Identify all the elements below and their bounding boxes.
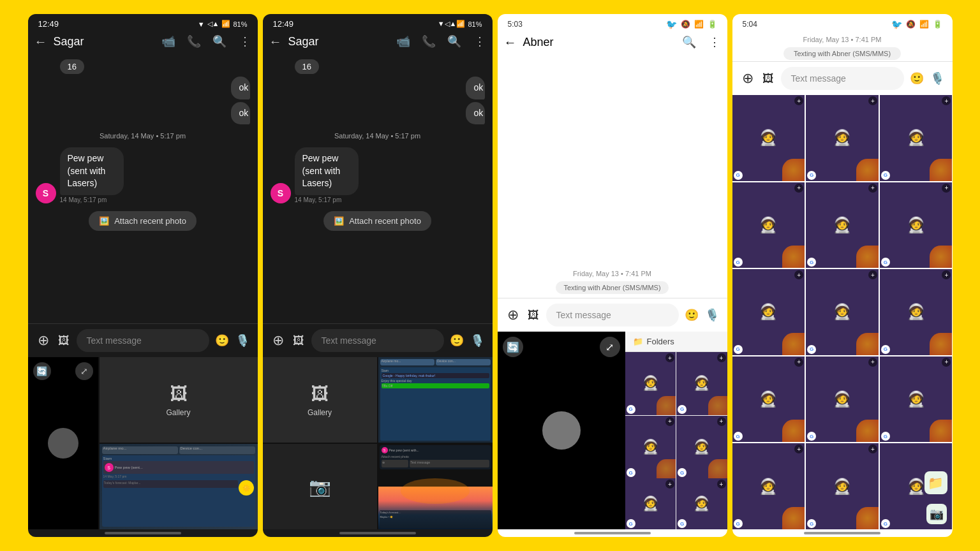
back-button-2[interactable]: ← bbox=[268, 34, 283, 49]
add-btn-2[interactable]: + bbox=[717, 353, 726, 362]
text-input-1[interactable]: Text message bbox=[77, 329, 209, 352]
more-icon-2[interactable]: ⋮ bbox=[472, 34, 487, 49]
camera-cell-2[interactable]: 📷 bbox=[263, 444, 377, 529]
rotate-icon-1[interactable]: 🔄 bbox=[33, 362, 51, 380]
text-input-4[interactable]: Text message bbox=[781, 67, 904, 90]
astro-emoji-2: 🧑‍🚀 bbox=[693, 375, 710, 392]
afcell-12[interactable]: 🧑‍🚀+G bbox=[880, 356, 953, 443]
more-icon-3[interactable]: ⋮ bbox=[707, 34, 722, 50]
mic-icon-2[interactable]: 🎙️ bbox=[470, 333, 485, 348]
search-icon-1[interactable]: 🔍 bbox=[212, 34, 227, 49]
media-right-1: 🖼 Gallery Airplane mo... Device con... S… bbox=[100, 357, 258, 529]
afcell-14[interactable]: 🧑‍🚀+G bbox=[806, 443, 879, 529]
afcell-13[interactable]: 🧑‍🚀+G bbox=[732, 443, 805, 529]
add-btn-g7[interactable]: + bbox=[794, 270, 803, 279]
add-btn-g10[interactable]: + bbox=[794, 358, 803, 367]
in-msg-1: S Pew pew(sent with Lasers) 14 May, 5:17… bbox=[36, 147, 250, 203]
add-btn-g5[interactable]: + bbox=[868, 184, 877, 193]
attach-banner-1[interactable]: 🖼️ Attach recent photo bbox=[89, 211, 197, 231]
add-btn-g6[interactable]: + bbox=[942, 184, 951, 193]
add-btn-g4[interactable]: + bbox=[794, 184, 803, 193]
camera-shutter-3[interactable] bbox=[542, 411, 581, 450]
astro-cell-3-5[interactable]: 🧑‍🚀 + G bbox=[625, 478, 676, 529]
camera-flip-icon[interactable]: 🔄 bbox=[503, 337, 523, 357]
afcell-3[interactable]: 🧑‍🚀+G bbox=[880, 95, 953, 181]
gallery-cell-1[interactable]: 🖼 Gallery bbox=[100, 357, 258, 443]
emoji-icon-1[interactable]: 🙂 bbox=[214, 333, 230, 348]
back-button-3[interactable]: ← bbox=[503, 34, 518, 50]
status-bar-1: 12:49 ▼ ◁▲ 📶 81% bbox=[28, 14, 258, 31]
add-btn-1[interactable]: + bbox=[665, 353, 674, 362]
attachment-icon-3[interactable]: 🖼 bbox=[526, 307, 541, 323]
add-btn-4[interactable]: + bbox=[717, 417, 726, 426]
astro-cell-3-1[interactable]: 🧑‍🚀 + G bbox=[625, 352, 676, 415]
add-btn-g12[interactable]: + bbox=[942, 358, 951, 367]
screenshot-cell-2[interactable]: Airplane mo... Device con... Siam Google… bbox=[378, 357, 493, 443]
text-input-3[interactable]: Text message bbox=[546, 304, 679, 327]
afcell-7[interactable]: 🧑‍🚀+G bbox=[732, 269, 805, 355]
gbadge-7: G bbox=[734, 345, 743, 354]
emoji-icon-3[interactable]: 🙂 bbox=[684, 307, 699, 323]
add-btn-g8[interactable]: + bbox=[868, 270, 877, 279]
emoji-icon-4[interactable]: 🙂 bbox=[909, 71, 924, 86]
afcell-9[interactable]: 🧑‍🚀+G bbox=[880, 269, 953, 355]
expand-icon-1[interactable]: ⤢ bbox=[75, 362, 93, 380]
add-btn-g2[interactable]: + bbox=[868, 96, 877, 105]
camera-shutter-1[interactable] bbox=[48, 428, 78, 459]
gbadge-11: G bbox=[807, 432, 816, 441]
afcell-11[interactable]: 🧑‍🚀+G bbox=[806, 356, 879, 443]
add-btn-g13[interactable]: + bbox=[794, 444, 803, 453]
afcell-5[interactable]: 🧑‍🚀+G bbox=[806, 182, 879, 268]
search-icon-2[interactable]: 🔍 bbox=[447, 34, 462, 49]
emoji-icon-2[interactable]: 🙂 bbox=[449, 333, 464, 348]
folder-btn-4[interactable]: 📁 bbox=[924, 471, 947, 494]
mic-icon-3[interactable]: 🎙️ bbox=[704, 307, 720, 323]
attach-banner-2[interactable]: 🖼️ Attach recent photo bbox=[323, 211, 431, 231]
beach-cell-2[interactable]: S Pew pew (sent with... Attach recent ph… bbox=[378, 444, 493, 529]
astro-cell-3-4[interactable]: 🧑‍🚀 + G bbox=[676, 416, 727, 479]
add-btn-g14[interactable]: + bbox=[868, 444, 877, 453]
camera-folder-btn[interactable]: 📷 bbox=[926, 504, 947, 524]
video-call-icon-2[interactable]: 📹 bbox=[396, 34, 411, 49]
phone-icon-2[interactable]: 📞 bbox=[421, 34, 436, 49]
afcell-6[interactable]: 🧑‍🚀+G bbox=[880, 182, 953, 268]
gallery-cell-2[interactable]: 🖼 Gallery bbox=[263, 357, 377, 443]
afcell-4[interactable]: 🧑‍🚀+G bbox=[732, 182, 805, 268]
home-bar-3 bbox=[574, 532, 651, 534]
add-icon-2[interactable]: ⊕ bbox=[271, 333, 286, 348]
astro-cell-3-6[interactable]: 🧑‍🚀 + G bbox=[676, 478, 727, 529]
mic-icon-1[interactable]: 🎙️ bbox=[235, 333, 250, 348]
add-btn-6[interactable]: + bbox=[717, 480, 726, 489]
phone-icon[interactable]: 📞 bbox=[186, 34, 202, 49]
camera-expand-icon[interactable]: ⤢ bbox=[600, 337, 620, 357]
attachment-icon-4[interactable]: 🖼 bbox=[761, 71, 776, 86]
add-btn-5[interactable]: + bbox=[665, 480, 674, 489]
video-call-icon[interactable]: 📹 bbox=[161, 34, 176, 49]
google-badge-1: G bbox=[627, 405, 635, 414]
afcell-2[interactable]: 🧑‍🚀+G bbox=[806, 95, 879, 181]
screenshot-cell-1[interactable]: Airplane mo... Device con... Siam S Pew … bbox=[100, 444, 258, 529]
add-btn-g9[interactable]: + bbox=[942, 270, 951, 279]
add-icon-1[interactable]: ⊕ bbox=[36, 333, 51, 348]
add-btn-g1[interactable]: + bbox=[794, 96, 803, 105]
add-btn-3[interactable]: + bbox=[665, 417, 674, 426]
gbadge-10: G bbox=[734, 432, 743, 441]
text-input-2[interactable]: Text message bbox=[311, 329, 444, 352]
home-bar-2 bbox=[339, 532, 416, 534]
afcell-8[interactable]: 🧑‍🚀+G bbox=[806, 269, 879, 355]
afcell-10[interactable]: 🧑‍🚀+G bbox=[732, 356, 805, 443]
add-btn-g11[interactable]: + bbox=[868, 358, 877, 367]
astro-cell-3-3[interactable]: 🧑‍🚀 + G bbox=[625, 416, 676, 479]
back-button-1[interactable]: ← bbox=[33, 34, 48, 49]
mic-icon-4[interactable]: 🎙️ bbox=[930, 71, 945, 86]
attachment-icon-1[interactable]: 🖼 bbox=[56, 333, 71, 348]
search-icon-3[interactable]: 🔍 bbox=[681, 34, 697, 50]
attachment-icon-2[interactable]: 🖼 bbox=[291, 333, 306, 348]
more-icon-1[interactable]: ⋮ bbox=[237, 34, 253, 49]
astro-cell-3-2[interactable]: 🧑‍🚀 + G bbox=[676, 352, 727, 415]
chat-area-2: 16 ok ok Saturday, 14 May • 5:17 pm S Pe… bbox=[263, 54, 493, 323]
add-icon-3[interactable]: ⊕ bbox=[505, 307, 521, 323]
afcell-1[interactable]: 🧑‍🚀+G bbox=[732, 95, 805, 181]
add-btn-g3[interactable]: + bbox=[942, 96, 951, 105]
add-icon-4[interactable]: ⊕ bbox=[740, 71, 755, 86]
